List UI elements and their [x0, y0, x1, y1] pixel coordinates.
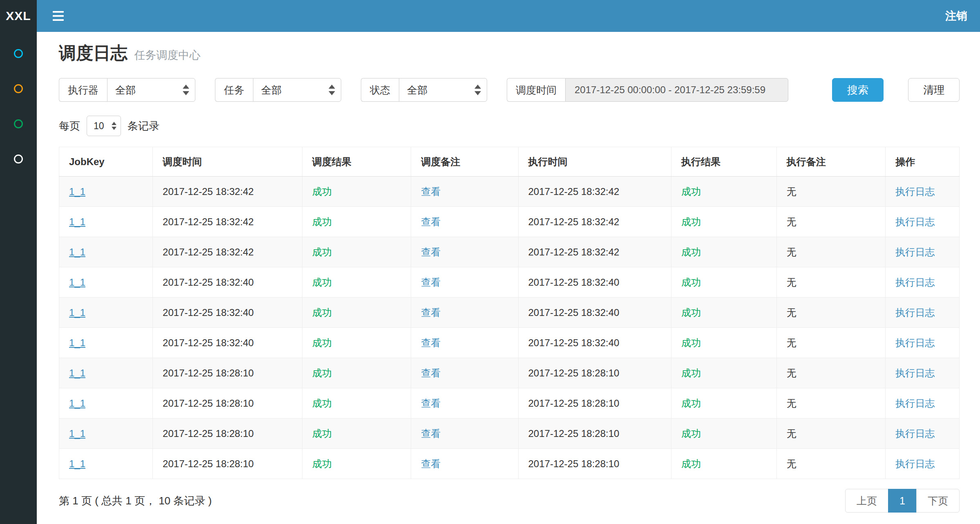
- prev-page-button[interactable]: 上页: [845, 489, 888, 513]
- next-page-button[interactable]: 下页: [916, 489, 960, 513]
- column-header-7[interactable]: 操作: [886, 147, 960, 177]
- circle-icon-green: [14, 119, 23, 128]
- sidebar-toggle-icon[interactable]: [51, 8, 65, 24]
- trigger-msg-link[interactable]: 查看: [421, 307, 441, 318]
- execution-log-link[interactable]: 执行日志: [895, 186, 935, 197]
- jobkey-link[interactable]: 1_1: [69, 307, 85, 318]
- status-filter-label: 状态: [361, 78, 399, 102]
- trigger-msg-link[interactable]: 查看: [421, 277, 441, 288]
- app-logo[interactable]: XXL: [0, 0, 37, 32]
- trigger-msg-link[interactable]: 查看: [421, 216, 441, 227]
- execution-log-link[interactable]: 执行日志: [895, 398, 935, 409]
- select-stepper-icon: [112, 122, 116, 130]
- handle-time-cell: 2017-12-25 18:28:10: [518, 358, 671, 388]
- top-navbar: XXL 注销: [0, 0, 980, 32]
- page-size-prefix: 每页: [59, 119, 80, 133]
- page-title: 调度日志: [59, 43, 128, 63]
- column-header-2[interactable]: 调度结果: [302, 147, 411, 177]
- handle-time-cell: 2017-12-25 18:28:10: [518, 388, 671, 419]
- column-header-5[interactable]: 执行结果: [671, 147, 777, 177]
- job-filter-group: 任务 全部: [215, 78, 341, 102]
- clear-button[interactable]: 清理: [908, 78, 960, 102]
- handle-time-cell: 2017-12-25 18:32:40: [518, 298, 671, 328]
- handle-result-text: 成功: [681, 186, 701, 197]
- execution-log-link[interactable]: 执行日志: [895, 337, 935, 348]
- jobkey-link[interactable]: 1_1: [69, 367, 85, 378]
- trigger-result-text: 成功: [312, 307, 332, 318]
- handle-msg-cell: 无: [776, 177, 886, 207]
- column-header-1[interactable]: 调度时间: [153, 147, 302, 177]
- job-select-value: 全部: [261, 83, 282, 97]
- search-button[interactable]: 搜索: [832, 78, 884, 102]
- column-header-4[interactable]: 执行时间: [518, 147, 671, 177]
- table-row: 1_1 2017-12-25 18:28:10 成功 查看 2017-12-25…: [59, 419, 960, 449]
- trigger-msg-link[interactable]: 查看: [421, 186, 441, 197]
- trigger-time-cell: 2017-12-25 18:28:10: [153, 358, 302, 388]
- execution-log-link[interactable]: 执行日志: [895, 307, 935, 318]
- handle-result-text: 成功: [681, 337, 701, 348]
- execution-log-link[interactable]: 执行日志: [895, 458, 935, 469]
- trigger-msg-link[interactable]: 查看: [421, 337, 441, 348]
- sidebar-item[interactable]: [0, 36, 37, 71]
- job-filter-label: 任务: [215, 78, 253, 102]
- table-row: 1_1 2017-12-25 18:32:40 成功 查看 2017-12-25…: [59, 328, 960, 358]
- table-row: 1_1 2017-12-25 18:28:10 成功 查看 2017-12-25…: [59, 388, 960, 419]
- handle-msg-cell: 无: [776, 237, 886, 267]
- execution-log-link[interactable]: 执行日志: [895, 428, 935, 439]
- trigger-result-text: 成功: [312, 246, 332, 258]
- table-row: 1_1 2017-12-25 18:32:42 成功 查看 2017-12-25…: [59, 207, 960, 237]
- handle-result-text: 成功: [681, 367, 701, 378]
- handle-result-text: 成功: [681, 428, 701, 439]
- filter-bar: 执行器 全部 任务 全部 状态 全部 调度时间 2017-12-25 00:00…: [59, 78, 960, 102]
- trigger-time-cell: 2017-12-25 18:28:10: [153, 419, 302, 449]
- handle-result-text: 成功: [681, 246, 701, 258]
- executor-select-value: 全部: [115, 83, 136, 97]
- job-select[interactable]: 全部: [253, 78, 341, 102]
- trigger-result-text: 成功: [312, 337, 332, 348]
- column-header-0[interactable]: JobKey: [59, 147, 153, 177]
- handle-result-text: 成功: [681, 398, 701, 409]
- page-size-control: 每页 10 条记录: [59, 116, 960, 136]
- jobkey-link[interactable]: 1_1: [69, 428, 85, 439]
- execution-log-link[interactable]: 执行日志: [895, 246, 935, 258]
- trigger-msg-link[interactable]: 查看: [421, 367, 441, 378]
- pagination-info: 第 1 页 ( 总共 1 页， 10 条记录 ): [59, 494, 212, 508]
- handle-msg-cell: 无: [776, 358, 886, 388]
- current-page-button[interactable]: 1: [888, 489, 917, 513]
- trigger-time-filter-label: 调度时间: [507, 78, 565, 102]
- jobkey-link[interactable]: 1_1: [69, 277, 85, 288]
- execution-log-link[interactable]: 执行日志: [895, 367, 935, 378]
- sidebar-item[interactable]: [0, 106, 37, 141]
- status-select[interactable]: 全部: [399, 78, 487, 102]
- trigger-result-text: 成功: [312, 398, 332, 409]
- execution-log-link[interactable]: 执行日志: [895, 216, 935, 227]
- handle-msg-cell: 无: [776, 419, 886, 449]
- jobkey-link[interactable]: 1_1: [69, 186, 85, 197]
- jobkey-link[interactable]: 1_1: [69, 398, 85, 409]
- sidebar-item[interactable]: [0, 141, 37, 177]
- column-header-3[interactable]: 调度备注: [411, 147, 518, 177]
- handle-result-text: 成功: [681, 216, 701, 227]
- trigger-msg-link[interactable]: 查看: [421, 458, 441, 469]
- page-size-select[interactable]: 10: [87, 116, 121, 136]
- log-table: JobKey调度时间调度结果调度备注执行时间执行结果执行备注操作 1_1 201…: [59, 147, 960, 479]
- trigger-time-cell: 2017-12-25 18:32:40: [153, 267, 302, 298]
- trigger-msg-link[interactable]: 查看: [421, 398, 441, 409]
- trigger-msg-link[interactable]: 查看: [421, 246, 441, 258]
- time-range-input[interactable]: 2017-12-25 00:00:00 - 2017-12-25 23:59:5…: [565, 78, 788, 102]
- trigger-time-filter-group: 调度时间 2017-12-25 00:00:00 - 2017-12-25 23…: [507, 78, 788, 102]
- trigger-msg-link[interactable]: 查看: [421, 428, 441, 439]
- column-header-6[interactable]: 执行备注: [776, 147, 886, 177]
- table-row: 1_1 2017-12-25 18:32:40 成功 查看 2017-12-25…: [59, 298, 960, 328]
- jobkey-link[interactable]: 1_1: [69, 337, 85, 348]
- jobkey-link[interactable]: 1_1: [69, 216, 85, 227]
- jobkey-link[interactable]: 1_1: [69, 246, 85, 258]
- trigger-result-text: 成功: [312, 216, 332, 227]
- execution-log-link[interactable]: 执行日志: [895, 277, 935, 288]
- trigger-time-cell: 2017-12-25 18:32:42: [153, 237, 302, 267]
- jobkey-link[interactable]: 1_1: [69, 458, 85, 469]
- table-row: 1_1 2017-12-25 18:32:40 成功 查看 2017-12-25…: [59, 267, 960, 298]
- executor-select[interactable]: 全部: [107, 78, 195, 102]
- logout-link[interactable]: 注销: [945, 9, 967, 23]
- sidebar-item[interactable]: [0, 71, 37, 106]
